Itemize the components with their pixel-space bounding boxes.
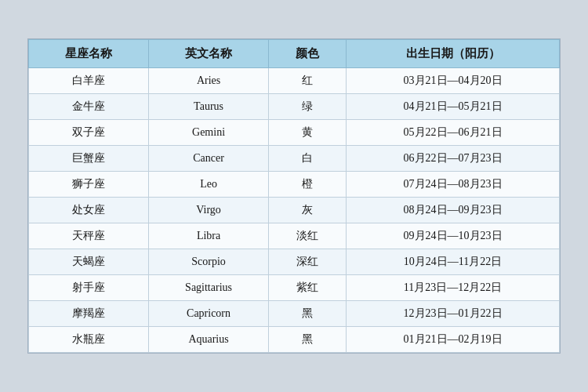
zodiac-table: 星座名称 英文名称 颜色 出生日期（阳历） 白羊座Aries红03月21日—04… <box>28 39 560 353</box>
table-row: 双子座Gemini黄05月22日—06月21日 <box>29 120 560 146</box>
cell-color: 红 <box>269 68 347 94</box>
cell-color: 黄 <box>269 120 347 146</box>
cell-english-name: Scorpio <box>149 249 269 275</box>
cell-dates: 05月22日—06月21日 <box>347 120 560 146</box>
cell-english-name: Gemini <box>149 120 269 146</box>
cell-chinese-name: 水瓶座 <box>29 327 149 353</box>
zodiac-table-container: 星座名称 英文名称 颜色 出生日期（阳历） 白羊座Aries红03月21日—04… <box>27 38 561 354</box>
cell-english-name: Aquarius <box>149 327 269 353</box>
header-color: 颜色 <box>269 40 347 68</box>
cell-dates: 07月24日—08月23日 <box>347 172 560 198</box>
cell-dates: 11月23日—12月22日 <box>347 275 560 301</box>
cell-color: 白 <box>269 146 347 172</box>
table-row: 射手座Sagittarius紫红11月23日—12月22日 <box>29 275 560 301</box>
table-row: 金牛座Taurus绿04月21日—05月21日 <box>29 94 560 120</box>
cell-chinese-name: 处女座 <box>29 198 149 223</box>
table-body: 白羊座Aries红03月21日—04月20日金牛座Taurus绿04月21日—0… <box>29 68 560 353</box>
cell-chinese-name: 狮子座 <box>29 172 149 198</box>
cell-dates: 10月24日—11月22日 <box>347 249 560 275</box>
table-row: 白羊座Aries红03月21日—04月20日 <box>29 68 560 94</box>
cell-dates: 08月24日—09月23日 <box>347 198 560 223</box>
cell-english-name: Virgo <box>149 198 269 223</box>
table-row: 处女座Virgo灰08月24日—09月23日 <box>29 198 560 223</box>
header-chinese-name: 星座名称 <box>29 40 149 68</box>
cell-color: 绿 <box>269 94 347 120</box>
table-row: 天蝎座Scorpio深红10月24日—11月22日 <box>29 249 560 275</box>
cell-color: 橙 <box>269 172 347 198</box>
cell-english-name: Sagittarius <box>149 275 269 301</box>
cell-chinese-name: 巨蟹座 <box>29 146 149 172</box>
cell-chinese-name: 金牛座 <box>29 94 149 120</box>
cell-color: 紫红 <box>269 275 347 301</box>
cell-english-name: Cancer <box>149 146 269 172</box>
cell-dates: 06月22日—07月23日 <box>347 146 560 172</box>
cell-english-name: Taurus <box>149 94 269 120</box>
table-row: 摩羯座Capricorn黑12月23日—01月22日 <box>29 301 560 327</box>
cell-english-name: Leo <box>149 172 269 198</box>
cell-dates: 12月23日—01月22日 <box>347 301 560 327</box>
table-row: 天秤座Libra淡红09月24日—10月23日 <box>29 223 560 249</box>
table-row: 狮子座Leo橙07月24日—08月23日 <box>29 172 560 198</box>
cell-color: 黑 <box>269 327 347 353</box>
cell-chinese-name: 天秤座 <box>29 223 149 249</box>
cell-dates: 09月24日—10月23日 <box>347 223 560 249</box>
cell-dates: 04月21日—05月21日 <box>347 94 560 120</box>
table-header-row: 星座名称 英文名称 颜色 出生日期（阳历） <box>29 40 560 68</box>
cell-english-name: Aries <box>149 68 269 94</box>
cell-color: 淡红 <box>269 223 347 249</box>
header-english-name: 英文名称 <box>149 40 269 68</box>
cell-dates: 01月21日—02月19日 <box>347 327 560 353</box>
cell-english-name: Capricorn <box>149 301 269 327</box>
cell-english-name: Libra <box>149 223 269 249</box>
cell-color: 灰 <box>269 198 347 223</box>
cell-color: 黑 <box>269 301 347 327</box>
cell-chinese-name: 白羊座 <box>29 68 149 94</box>
cell-dates: 03月21日—04月20日 <box>347 68 560 94</box>
header-dates: 出生日期（阳历） <box>347 40 560 68</box>
table-row: 水瓶座Aquarius黑01月21日—02月19日 <box>29 327 560 353</box>
table-row: 巨蟹座Cancer白06月22日—07月23日 <box>29 146 560 172</box>
cell-chinese-name: 射手座 <box>29 275 149 301</box>
cell-color: 深红 <box>269 249 347 275</box>
cell-chinese-name: 天蝎座 <box>29 249 149 275</box>
cell-chinese-name: 摩羯座 <box>29 301 149 327</box>
cell-chinese-name: 双子座 <box>29 120 149 146</box>
